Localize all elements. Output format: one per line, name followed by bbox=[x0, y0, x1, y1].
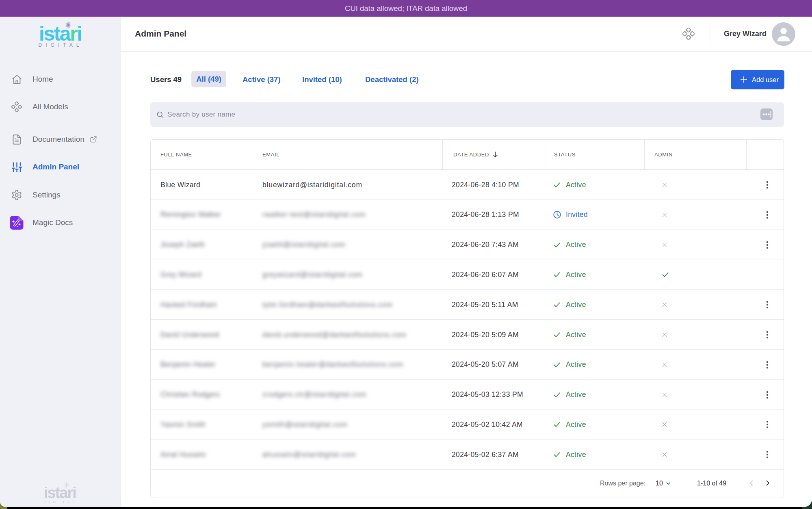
svg-text:istari: istari bbox=[44, 484, 76, 501]
svg-text:DIGITAL: DIGITAL bbox=[39, 42, 83, 48]
svg-text:istari: istari bbox=[39, 22, 82, 45]
svg-text:DIGITAL: DIGITAL bbox=[43, 500, 77, 504]
